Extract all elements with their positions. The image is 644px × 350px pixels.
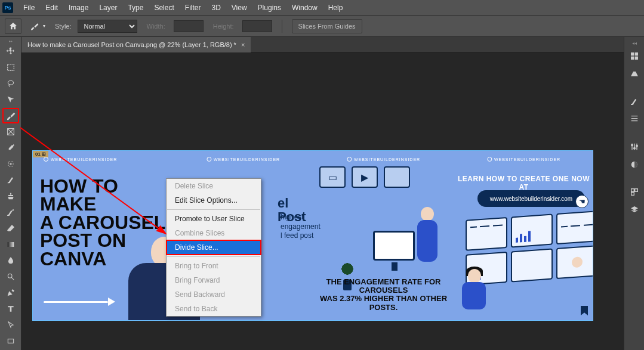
video-tile-icon: ▶	[352, 166, 378, 188]
tools-panel: ▸▸	[0, 37, 21, 350]
svg-rect-8	[634, 52, 637, 55]
menu-bar: Ps File Edit Image Layer Type Select Fil…	[0, 0, 644, 16]
arrow-icon	[44, 299, 115, 305]
height-input[interactable]	[242, 20, 272, 32]
slice-tool[interactable]	[2, 108, 19, 123]
document-tab-strip: How to make a Carousel Post on Canva.png…	[21, 37, 624, 52]
menu-view[interactable]: View	[226, 1, 252, 14]
style-label: Style:	[55, 23, 72, 30]
svg-rect-10	[634, 57, 637, 60]
eyedropper-tool[interactable]	[2, 140, 19, 156]
menu-layer[interactable]: Layer	[94, 1, 122, 14]
panel3-caption: THE ENGAGEMENT RATE FOR CAROUSELS WAS 2.…	[313, 278, 454, 312]
cm-edit-slice-options[interactable]: Edit Slice Options...	[167, 193, 261, 207]
history-brush-tool[interactable]	[2, 205, 19, 220]
move-tool[interactable]	[2, 44, 19, 59]
libraries-panel-icon[interactable]	[627, 184, 642, 200]
brushes-panel-icon[interactable]	[627, 94, 642, 109]
style-select[interactable]: Normal	[78, 20, 137, 33]
history-panel-icon[interactable]	[627, 111, 642, 127]
image-tile-icon: ▭	[319, 166, 346, 188]
menu-window[interactable]: Window	[286, 1, 323, 14]
adjustments-panel-icon[interactable]	[627, 139, 642, 154]
svg-point-5	[8, 274, 12, 278]
panel4-url-pill: www.websitebuilderinsider.com ☚	[477, 190, 585, 207]
gradient-tool[interactable]	[2, 237, 19, 252]
brand-label: WEBSITEBUILDERINSIDER	[207, 157, 280, 162]
slice-context-menu: Delete Slice Edit Slice Options... Promo…	[166, 178, 261, 317]
dodge-tool[interactable]	[2, 269, 19, 284]
svg-rect-17	[631, 193, 634, 196]
menu-filter[interactable]: Filter	[180, 1, 207, 14]
marquee-tool[interactable]	[2, 60, 19, 75]
toolbar-grip[interactable]: ▸▸	[0, 38, 21, 43]
clone-stamp-tool[interactable]	[2, 188, 19, 204]
lasso-tool[interactable]	[2, 76, 19, 91]
cm-delete-slice: Delete Slice	[167, 179, 261, 193]
svg-rect-7	[631, 52, 634, 55]
menu-3d[interactable]: 3D	[206, 1, 226, 14]
brand-label: WEBSITEBUILDERINSIDER	[44, 157, 117, 162]
styles-panel-icon[interactable]	[627, 157, 642, 172]
eraser-tool[interactable]	[2, 221, 19, 236]
bookmark-icon	[581, 306, 588, 315]
artboard[interactable]: 01⊞ WEBSITEBUILDERINSIDER HOW TO MAKE A …	[32, 150, 593, 321]
svg-point-13	[636, 145, 637, 147]
carousel-panel-3: WEBSITEBUILDERINSIDER ▭ ▶ THE ENGAGEMENT…	[313, 151, 454, 320]
frame-tool[interactable]	[2, 124, 19, 140]
svg-rect-0	[7, 64, 14, 71]
document-tab-title: How to make a Carousel Post on Canva.png…	[27, 41, 236, 48]
cm-send-backward: Send Backward	[167, 287, 261, 302]
menu-plugins[interactable]: Plugins	[252, 1, 286, 14]
carousel-panel-1: WEBSITEBUILDERINSIDER HOW TO MAKE A CARO…	[33, 151, 173, 320]
cm-divide-slice[interactable]: Divide Slice...	[166, 240, 261, 255]
menu-select[interactable]: Select	[149, 1, 179, 14]
menu-help[interactable]: Help	[323, 1, 349, 14]
path-selection-tool[interactable]	[2, 317, 19, 333]
cm-separator	[167, 256, 260, 257]
color-panel-icon[interactable]	[627, 48, 642, 64]
canvas-area: How to make a Carousel Post on Canva.png…	[21, 37, 624, 350]
right-grip[interactable]: ◂◂	[624, 41, 644, 46]
menu-file[interactable]: File	[18, 1, 40, 14]
panel4-headline: LEARN HOW TO CREATE ONE NOW AT	[454, 175, 593, 191]
swatches-panel-icon[interactable]	[627, 66, 642, 82]
slices-from-guides-button[interactable]: Slices From Guides	[292, 19, 362, 33]
cursor-hand-icon: ☚	[575, 195, 588, 208]
menu-type[interactable]: Type	[122, 1, 149, 14]
svg-rect-4	[7, 242, 14, 247]
svg-point-11	[631, 144, 633, 146]
svg-rect-9	[631, 57, 634, 60]
svg-rect-15	[631, 189, 634, 192]
cm-promote-to-user-slice[interactable]: Promote to User Slice	[167, 212, 261, 226]
brand-label: WEBSITEBUILDERINSIDER	[487, 157, 560, 162]
brush-tool[interactable]	[2, 172, 19, 188]
slice-tool-indicator-icon: ▾	[27, 20, 45, 32]
svg-point-12	[633, 147, 635, 149]
type-tool[interactable]	[2, 301, 19, 317]
canvas-viewport[interactable]: 01⊞ WEBSITEBUILDERINSIDER HOW TO MAKE A …	[21, 52, 624, 350]
close-tab-icon[interactable]: ×	[241, 41, 245, 48]
menu-edit[interactable]: Edit	[40, 1, 63, 14]
cm-separator	[167, 209, 260, 210]
healing-brush-tool[interactable]	[2, 156, 19, 172]
layers-panel-icon[interactable]	[627, 202, 642, 218]
home-button[interactable]	[5, 18, 21, 34]
menu-image[interactable]: Image	[63, 1, 94, 14]
cm-send-to-back: Send to Back	[167, 302, 261, 316]
brand-label: WEBSITEBUILDERINSIDER	[347, 157, 420, 162]
svg-rect-6	[8, 339, 13, 343]
workspace: ▸▸ How to make a Carousel Post on Canva.…	[0, 37, 644, 350]
tile-row: ▭ ▶	[319, 166, 410, 188]
blank-tile-icon	[384, 166, 410, 188]
svg-point-1	[8, 80, 13, 85]
blur-tool[interactable]	[2, 253, 19, 268]
rectangle-tool[interactable]	[2, 333, 19, 349]
quick-selection-tool[interactable]	[2, 92, 19, 107]
cm-combine-slices: Combine Slices	[167, 226, 261, 240]
svg-rect-16	[634, 189, 637, 192]
width-input[interactable]	[174, 20, 204, 32]
app-icon: Ps	[2, 2, 13, 13]
pen-tool[interactable]	[2, 285, 19, 301]
document-tab[interactable]: How to make a Carousel Post on Canva.png…	[21, 37, 251, 52]
